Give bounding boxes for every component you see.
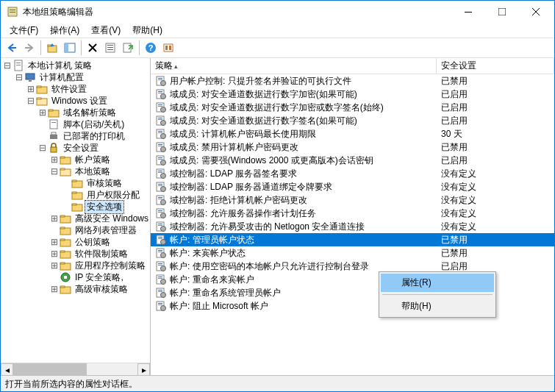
toolbar-separator [40,40,41,55]
tree-label: 用户权限分配 [85,189,141,202]
tree-node-wfas[interactable]: ⊞ 高级安全 Windows [1,213,150,224]
list-row[interactable]: 帐户: 管理员帐户状态已禁用 [151,233,554,246]
policy-item-icon [155,154,167,166]
svg-rect-1 [10,10,15,10]
tree-node-security-options[interactable]: 安全选项 [1,201,150,213]
tree-h-scrollbar[interactable]: ◂ ▸ [1,363,150,375]
list-row[interactable]: 域控制器: LDAP 服务器通道绑定令牌要求没有定义 [151,180,554,193]
tree-node-network-list[interactable]: 网络列表管理器 [1,224,150,236]
tree-node-scripts[interactable]: 脚本(启动/关机) [1,118,150,130]
scroll-thumb[interactable] [13,363,87,375]
list-row[interactable]: 域成员: 禁用计算机帐户密码更改已禁用 [151,140,554,154]
expand-icon[interactable]: ⊞ [37,107,48,118]
context-menu-help[interactable]: 帮助(H) [381,297,494,316]
svg-rect-52 [60,251,65,252]
menu-help[interactable]: 帮助(H) [126,23,168,38]
expand-icon[interactable]: ⊞ [49,284,60,294]
folder-icon [60,224,71,236]
tree-node-account-policies[interactable]: ⊞ 帐户策略 [1,154,150,165]
expand-icon[interactable]: ⊟ [14,72,24,82]
expand-icon[interactable]: ⊟ [2,60,12,71]
tree-node-app-control[interactable]: ⊞ 应用程序控制策略 [1,260,150,271]
svg-rect-120 [158,277,162,277]
tree-node-windows-settings[interactable]: ⊟ Windows 设置 [1,95,150,107]
tree-node-software-restrict[interactable]: ⊞ 软件限制策略 [1,248,150,260]
expand-icon[interactable]: ⊞ [26,84,36,94]
export-button[interactable] [120,40,136,56]
expand-icon[interactable]: ⊟ [37,143,48,153]
tree-node-printers[interactable]: 已部署的打印机 [1,130,150,142]
expand-icon[interactable]: ⊞ [49,260,60,271]
menu-view[interactable]: 查看(V) [85,23,126,38]
help-button[interactable]: ? [143,40,159,56]
list-row[interactable]: 域成员: 对安全通道数据进行数字加密(如果可能)已启用 [151,88,554,101]
list-row[interactable]: 域成员: 对安全通道数据进行数字签名(如果可能)已启用 [151,114,554,127]
folder-icon [48,107,60,118]
tree-node-dns-policy[interactable]: ⊞ 域名解析策略 [1,107,150,118]
close-button[interactable] [519,1,553,23]
policy-setting: 已禁用 [437,247,554,260]
minimize-button[interactable] [451,1,485,23]
list-row[interactable]: 域控制器: LDAP 服务器签名要求没有定义 [151,167,554,180]
tree-node-public-key[interactable]: ⊞ 公钥策略 [1,236,150,248]
list-row[interactable]: 域控制器: 允许服务器操作者计划任务没有定义 [151,207,554,220]
menu-file[interactable]: 文件(F) [4,23,44,38]
show-hide-tree-button[interactable] [62,40,78,56]
tree-node-advanced-audit[interactable]: ⊞ 高级审核策略 [1,283,150,295]
tree-node-local-policies[interactable]: ⊟ 本地策略 [1,165,150,177]
properties-button[interactable] [102,40,118,56]
context-menu-label: 属性(R) [401,277,432,288]
column-header-label: 安全设置 [441,60,476,72]
list-row[interactable]: 域控制器: 允许易受攻击的 Netlogon 安全通道连接没有定义 [151,220,554,233]
tree-node-user-rights[interactable]: 用户权限分配 [1,189,150,201]
list-row[interactable]: 域成员: 需要强(Windows 2000 或更高版本)会话密钥已启用 [151,154,554,167]
context-menu-properties[interactable]: 属性(R) [381,274,494,292]
list-row[interactable]: 帐户: 来宾帐户状态已禁用 [151,246,554,260]
folder-icon [60,248,71,260]
tree-node-audit-policy[interactable]: 审核策略 [1,177,150,189]
tree-node-root[interactable]: ⊟ 本地计算机 策略 [1,60,150,71]
expand-icon[interactable]: ⊞ [49,249,60,259]
column-header-policy[interactable]: 策略 ▴ [151,58,437,74]
tree-label: 帐户策略 [74,154,112,166]
up-button[interactable] [44,40,60,56]
printer-icon [48,130,60,142]
expand-icon[interactable]: ⊞ [49,213,60,224]
expand-icon[interactable]: ⊞ [49,154,60,165]
svg-rect-117 [158,265,162,266]
tree-node-security-settings[interactable]: ⊟ 安全设置 [1,142,150,154]
tree-node-software-settings[interactable]: ⊞ 软件设置 [1,83,150,95]
tree-node-ipsec[interactable]: IP 安全策略, [1,271,150,283]
back-button[interactable] [4,40,20,56]
expand-icon[interactable]: ⊟ [26,96,36,106]
svg-rect-21 [16,65,21,65]
svg-rect-109 [158,238,162,239]
tree-label: 本地策略 [74,165,112,178]
folder-policy-icon [71,201,83,213]
expand-icon[interactable]: ⊞ [49,237,60,247]
svg-rect-23 [29,80,32,82]
delete-button[interactable] [85,40,101,56]
tree-node-computer-config[interactable]: ⊟ 计算机配置 [1,71,150,83]
list-row[interactable]: 域成员: 对安全通道数据进行数字加密或数字签名(始终)已启用 [151,101,554,114]
policy-item-icon [155,168,167,179]
list-row[interactable]: 域成员: 计算机帐户密码最长使用期限30 天 [151,127,554,140]
svg-rect-80 [158,144,162,145]
folder-open-icon [36,95,48,107]
svg-rect-104 [158,224,162,224]
options-button[interactable] [160,40,176,56]
maximize-button[interactable] [485,1,519,23]
list-row[interactable]: 用户帐户控制: 只提升签名并验证的可执行文件已禁用 [151,74,554,88]
lock-icon [48,142,60,154]
policy-name: 域成员: 对安全通道数据进行数字加密(如果可能) [170,88,437,101]
menu-action[interactable]: 操作(A) [44,23,85,38]
svg-point-94 [161,187,166,192]
nav-tree[interactable]: ⊟ 本地计算机 策略 ⊟ 计算机配置 ⊞ 软件设置 ⊟ Windows 设置 ⊞ [1,58,150,363]
list-row[interactable]: 域控制器: 拒绝计算机帐户密码更改没有定义 [151,193,554,207]
scroll-left-button[interactable]: ◂ [1,363,13,375]
column-header-setting[interactable]: 安全设置 [437,58,554,74]
list-body[interactable]: 用户帐户控制: 只提升签名并验证的可执行文件已禁用域成员: 对安全通道数据进行数… [151,74,554,375]
scroll-right-button[interactable]: ▸ [137,363,150,375]
forward-button[interactable] [21,40,37,56]
expand-icon[interactable]: ⊟ [49,166,60,177]
